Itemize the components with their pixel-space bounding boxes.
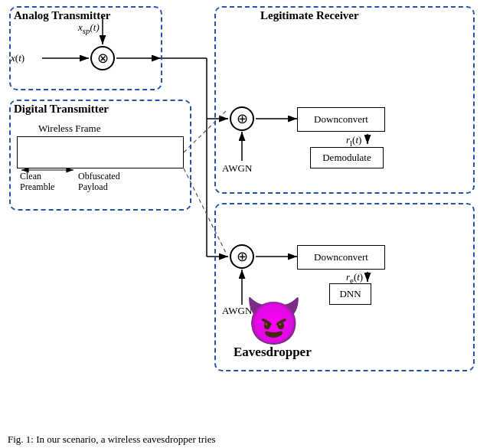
multiply-circle: ⊗ xyxy=(90,46,115,70)
clean-label: Clean xyxy=(20,171,41,182)
payload-label: Payload xyxy=(78,181,108,193)
rl-t-label: rl(t) xyxy=(346,134,361,148)
analog-title: Analog Transmitter xyxy=(14,9,111,22)
plus-symbol-eaves: ⊕ xyxy=(237,248,248,265)
dnn-box: DNN xyxy=(329,283,371,305)
caption: Fig. 1: In our scenario, a wireless eave… xyxy=(8,433,482,446)
awgn-legit-label: AWGN xyxy=(222,162,252,175)
obfuscated-label: Obfuscated xyxy=(78,171,120,182)
downconvert-eaves: Downconvert xyxy=(297,245,385,270)
xsp-label: xsp(t) xyxy=(78,21,100,35)
eavesdropper-title: Eavesdropper xyxy=(234,345,312,360)
preamble-label: Preamble xyxy=(20,181,54,193)
digital-title: Digital Transmitter xyxy=(14,103,109,116)
caption-text: Fig. 1: In our scenario, a wireless eave… xyxy=(8,433,215,445)
frame-rect xyxy=(17,136,184,168)
x-t-label: x(t) xyxy=(11,52,24,64)
legit-title: Legitimate Receiver xyxy=(260,9,359,22)
xsp-x: xsp(t) xyxy=(78,21,100,33)
plus-circle-eaves: ⊕ xyxy=(230,244,254,269)
plus-circle-legit: ⊕ xyxy=(230,106,254,131)
diagram: multiply circle (horizontal arrow) --> xyxy=(0,0,490,414)
re-t-label: re(t) xyxy=(346,271,363,285)
multiply-symbol: ⊗ xyxy=(97,50,109,67)
downconvert-legit: Downconvert xyxy=(297,107,385,132)
demodulate-box: Demodulate xyxy=(310,147,384,168)
eavesdropper-emoji: 😈 xyxy=(245,299,302,345)
plus-symbol-legit: ⊕ xyxy=(237,110,248,127)
wireless-frame-label: Wireless Frame xyxy=(38,123,100,135)
